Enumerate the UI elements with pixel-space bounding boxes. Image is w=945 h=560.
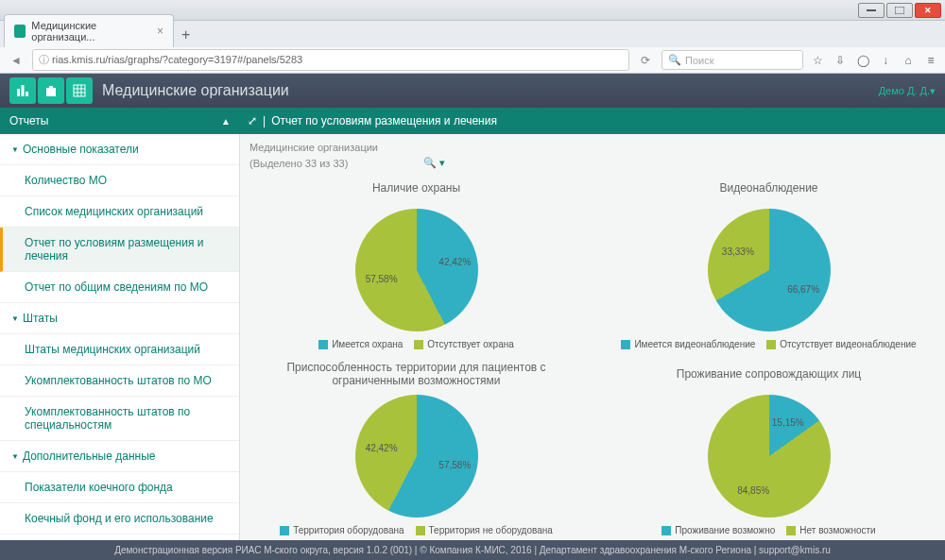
svg-rect-5 [46,88,56,96]
chart-title: Приспособленность территории для пациент… [249,359,583,389]
sidebar-item[interactable]: Показатели коечного фонда [0,472,239,503]
sidebar-item[interactable]: Штаты медицинских организаций [0,334,239,365]
bookmark-icon[interactable]: ☆ [809,54,826,67]
sidebar-item[interactable]: Коечный фонд и его использование [0,503,239,535]
svg-rect-4 [26,92,28,96]
legend-item: Имеется видеонаблюдение [621,339,755,349]
pie-label: 84,85% [737,485,769,496]
new-tab-button[interactable]: + [174,23,198,47]
svg-rect-0 [867,9,876,11]
legend-item: Отсутствует охрана [414,339,514,349]
chart-legend: Территория оборудованаТерритория не обор… [249,525,583,535]
pie-label: 15,15% [772,417,804,428]
breadcrumb-bar: ⤢ | Отчет по условиям размещения и лечен… [240,114,505,127]
svg-rect-1 [895,7,904,14]
chart-grid: Наличие охраны42,42%57,58%Имеется охрана… [249,173,936,535]
pocket-icon[interactable]: ◯ [854,54,871,67]
app-header: Медицинские организации Демо Д. Д.▾ [0,74,945,108]
download-icon[interactable]: ↓ [877,54,894,67]
url-input[interactable]: ⓘ rias.kmis.ru/rias/graphs/?category=319… [32,49,629,71]
sidebar-item[interactable]: Работа врачей в амбулаторных условиях [0,535,239,540]
pie-label: 57,58% [438,460,471,470]
sidebar-header[interactable]: Отчеты ▲ [0,114,240,127]
page-title: Медицинские организации [102,82,879,99]
sidebar-item[interactable]: Список медицинских организаций [0,196,239,228]
browser-toolbar: ◄ ⓘ rias.kmis.ru/rias/graphs/?category=3… [0,47,945,74]
browser-tab-strip: Медицинские организаци... × + [0,21,945,47]
chart-legend: Проживание возможноНет возможности [602,525,936,535]
header-nav-icons [9,77,93,104]
chart-title: Наличие охраны [249,173,583,203]
pie-label: 66,67% [787,284,819,295]
chart-legend: Имеется видеонаблюдениеОтсутствует видео… [602,339,936,349]
app-body: Основные показателиКоличество МОСписок м… [0,134,945,540]
legend-item: Территория не оборудована [416,525,553,535]
back-button[interactable]: ◄ [6,50,26,71]
footer: Демонстрационная версия РИАС М-ского окр… [0,540,945,560]
svg-rect-2 [17,89,20,96]
pie-label: 57,58% [366,274,398,284]
browser-tab[interactable]: Медицинские организаци... × [4,14,174,47]
chart: Наличие охраны42,42%57,58%Имеется охрана… [249,173,583,349]
pie-chart [355,209,478,331]
expand-icon[interactable]: ⤢ [248,114,257,127]
pie-label: 33,33% [722,246,754,257]
sidebar-item[interactable]: Отчет по условиям размещения и лечения [0,228,239,272]
subheader: Отчеты ▲ ⤢ | Отчет по условиям размещени… [0,108,945,134]
legend-item: Территория оборудована [280,525,404,535]
pie-label: 42,42% [438,257,471,267]
sidebar-group[interactable]: Основные показатели [0,134,239,165]
breadcrumb: Медицинские организации [249,142,936,153]
sidebar-group[interactable]: Штаты [0,303,239,334]
home-icon[interactable]: ⌂ [900,54,917,67]
search-input[interactable]: 🔍 Поиск [662,50,803,70]
legend-item: Имеется охрана [318,339,403,349]
chart: Приспособленность территории для пациент… [249,359,583,535]
sidebar-group[interactable]: Дополнительные данные [0,441,239,472]
zoom-control[interactable]: 🔍 ▾ [423,157,445,169]
pie-chart [708,395,831,518]
legend-item: Нет возможности [786,525,875,535]
sidebar-item[interactable]: Количество МО [0,165,239,196]
sidebar-item[interactable]: Отчет по общим сведениям по МО [0,272,239,303]
chart-legend: Имеется охранаОтсутствует охрана [249,339,583,349]
dashboard-icon[interactable] [9,77,36,104]
collapse-icon: ▲ [221,116,231,127]
pie-chart [355,395,478,518]
search-icon: 🔍 [668,54,681,66]
selection-count: (Выделено 33 из 33) [249,158,348,169]
window-minimize-button[interactable] [858,3,885,18]
menu-icon[interactable]: ≡ [922,54,939,67]
browser-tab-label: Медицинские организаци... [31,20,147,42]
legend-item: Отсутствует видеонаблюдение [766,339,916,349]
favicon-icon [14,25,26,38]
window-maximize-button[interactable] [886,3,913,18]
content: Медицинские организации (Выделено 33 из … [240,134,945,540]
chart: Видеонаблюдение66,67%33,33%Имеется видео… [602,173,936,349]
building-icon[interactable] [66,77,93,104]
svg-rect-3 [22,85,25,96]
chart-title: Проживание сопровождающих лиц [602,359,936,389]
save-icon[interactable]: ⇩ [832,54,849,67]
filter-bar: (Выделено 33 из 33) 🔍 ▾ [249,157,936,169]
sidebar-item[interactable]: Укомплектованность штатов по специальнос… [0,397,239,441]
svg-rect-6 [49,86,53,89]
medical-icon[interactable] [38,77,64,104]
reload-button[interactable]: ⟳ [635,50,656,71]
url-protocol-icon: ⓘ [39,54,52,65]
sidebar-item[interactable]: Укомплектованность штатов по МО [0,365,239,397]
pie-label: 42,42% [366,443,398,453]
legend-item: Проживание возможно [662,525,775,535]
chart-title: Видеонаблюдение [602,173,936,203]
sidebar: Основные показателиКоличество МОСписок м… [0,134,240,540]
user-menu[interactable]: Демо Д. Д.▾ [879,85,936,97]
tab-close-icon[interactable]: × [157,25,163,38]
window-close-button[interactable]: ✕ [915,3,941,18]
chart: Проживание сопровождающих лиц15,15%84,85… [602,359,936,535]
svg-rect-7 [74,85,85,96]
pie-chart [708,209,831,331]
